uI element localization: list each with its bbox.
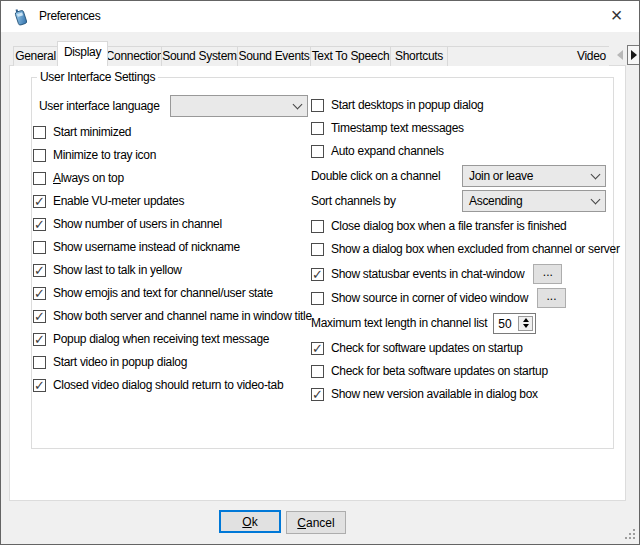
check-row-last-to-talk[interactable]: Show last to talk in yellow <box>33 262 182 278</box>
checkbox[interactable] <box>33 126 46 139</box>
check-row-window-title[interactable]: Show both server and channel name in win… <box>33 308 312 324</box>
check-row-closed-video[interactable]: Closed video dialog should return to vid… <box>33 377 283 393</box>
checkbox[interactable] <box>311 388 324 401</box>
chevron-down-icon <box>591 194 601 204</box>
checkbox[interactable] <box>311 342 324 355</box>
double-click-combobox[interactable]: Join or leave <box>462 165 606 187</box>
check-row-start-minimized[interactable]: Start minimized <box>33 124 131 140</box>
down-triangle-icon <box>523 324 529 328</box>
resize-grip[interactable] <box>624 528 636 540</box>
preferences-dialog: Preferences × General Display Connection… <box>0 0 640 545</box>
check-row-beta-updates[interactable]: Check for beta software updates on start… <box>311 363 548 379</box>
check-row-emojis[interactable]: Show emojis and text for channel/user st… <box>33 285 273 301</box>
check-row-username-instead[interactable]: Show username instead of nickname <box>33 239 240 255</box>
tab-display[interactable]: Display <box>57 41 108 66</box>
tab-connection[interactable]: Connection <box>107 46 162 66</box>
checkbox[interactable] <box>33 356 46 369</box>
tab-scroll-left-button[interactable] <box>613 45 626 65</box>
tab-scroll-right-button[interactable] <box>627 45 640 65</box>
cancel-button[interactable]: Cancel <box>286 511 346 534</box>
language-label: User interface language <box>39 99 160 113</box>
spin-down-button[interactable] <box>519 323 532 330</box>
up-triangle-icon <box>523 318 529 322</box>
tab-sound-system[interactable]: Sound System <box>161 46 238 66</box>
checkbox[interactable] <box>311 122 324 135</box>
check-row-desktops-popup[interactable]: Start desktops in popup dialog <box>311 97 483 113</box>
checkbox[interactable] <box>311 99 324 112</box>
window-title: Preferences <box>39 1 100 32</box>
max-text-length-spinbox[interactable]: 50 <box>493 313 536 334</box>
spin-buttons <box>518 316 533 331</box>
check-row-always-on-top[interactable]: Always on top <box>33 170 124 186</box>
checkbox[interactable] <box>311 292 324 305</box>
check-row-new-version-dialog[interactable]: Show new version available in dialog box <box>311 386 538 402</box>
checkbox[interactable] <box>33 333 46 346</box>
close-button[interactable]: × <box>594 1 639 31</box>
checkbox[interactable] <box>33 287 46 300</box>
check-row-video-source-corner[interactable]: Show source in corner of video window ..… <box>311 287 566 309</box>
group-title: User Interface Settings <box>37 70 158 84</box>
checkbox[interactable] <box>311 145 324 158</box>
tab-video[interactable]: Video <box>447 46 609 66</box>
tab-shortcuts[interactable]: Shortcuts <box>390 46 448 66</box>
sort-channels-label-row: Sort channels by <box>311 193 396 209</box>
checkbox[interactable] <box>33 264 46 277</box>
title-bar[interactable]: Preferences × <box>1 1 639 32</box>
ok-button[interactable]: Ok <box>219 510 281 533</box>
check-row-popup-text-message[interactable]: Popup dialog when receiving text message <box>33 331 269 347</box>
checkbox[interactable] <box>311 365 324 378</box>
check-row-statusbar-events[interactable]: Show statusbar events in chat-window ... <box>311 263 562 285</box>
tab-text-to-speech[interactable]: Text To Speech <box>310 46 391 66</box>
checkbox[interactable] <box>33 218 46 231</box>
check-row-timestamp[interactable]: Timestamp text messages <box>311 120 464 136</box>
chevron-down-icon <box>591 169 601 179</box>
statusbar-events-more-button[interactable]: ... <box>533 264 562 284</box>
language-combobox[interactable] <box>170 95 308 117</box>
checkbox[interactable] <box>311 243 324 256</box>
check-row-vu-meter[interactable]: Enable VU-meter updates <box>33 193 184 209</box>
video-source-more-button[interactable]: ... <box>537 288 566 308</box>
left-triangle-icon <box>617 50 623 60</box>
spin-value: 50 <box>498 316 511 332</box>
sort-channels-combobox[interactable]: Ascending <box>462 190 606 212</box>
double-click-label-row: Double click on a channel <box>311 168 440 184</box>
check-row-software-updates[interactable]: Check for software updates on startup <box>311 340 523 356</box>
checkbox[interactable] <box>33 195 46 208</box>
check-row-video-popup[interactable]: Start video in popup dialog <box>33 354 187 370</box>
checkbox[interactable] <box>33 310 46 323</box>
check-row-close-on-transfer[interactable]: Close dialog box when a file transfer is… <box>311 218 566 234</box>
checkbox[interactable] <box>33 149 46 162</box>
check-row-auto-expand[interactable]: Auto expand channels <box>311 143 444 159</box>
checkbox[interactable] <box>33 172 46 185</box>
app-icon <box>12 7 30 26</box>
language-row: User interface language <box>39 98 160 114</box>
tab-bar: General Display Connection Sound System … <box>13 41 608 66</box>
chevron-down-icon <box>293 99 303 109</box>
checkbox[interactable] <box>33 241 46 254</box>
checkbox[interactable] <box>311 268 324 281</box>
checkbox[interactable] <box>33 379 46 392</box>
check-row-users-in-channel[interactable]: Show number of users in channel <box>33 216 222 232</box>
check-row-minimize-to-tray[interactable]: Minimize to tray icon <box>33 147 156 163</box>
check-row-excluded-dialog[interactable]: Show a dialog box when excluded from cha… <box>311 241 620 257</box>
tab-sound-events[interactable]: Sound Events <box>237 46 311 66</box>
max-text-length-row: Maximum text length in channel list 50 <box>311 312 536 334</box>
tab-general[interactable]: General <box>13 46 58 66</box>
right-triangle-icon <box>631 50 637 60</box>
checkbox[interactable] <box>311 220 324 233</box>
